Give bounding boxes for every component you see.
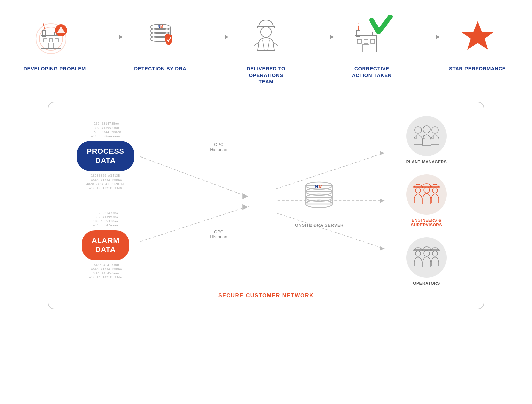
- operators-block: OPERATORS: [406, 237, 447, 286]
- process-data-pill: PROCESSDATA: [77, 141, 134, 171]
- engineers-label: ENGINEERS &SUPERVISORS: [411, 218, 442, 227]
- svg-text:!: !: [60, 28, 62, 33]
- flow-step-detection: N M DETECTION BY DRA: [126, 13, 195, 72]
- operators-icon-circle: [406, 237, 447, 278]
- arrow-1: [89, 13, 126, 60]
- engineers-icon-circle: [406, 174, 447, 215]
- svg-point-57: [415, 188, 421, 193]
- plant-managers-block: PLANT MANAGERS: [406, 116, 447, 164]
- svg-rect-6: [49, 39, 53, 42]
- alarm-data-numbers-above: +132 0B1473B▪ +3920413953B▪ 1B8B46B5330▪…: [93, 211, 118, 228]
- svg-rect-28: [371, 39, 375, 43]
- flow-section: ! DEVELOPING PROBLEM N M: [20, 13, 512, 85]
- svg-text:M: M: [319, 184, 323, 189]
- svg-point-63: [415, 251, 421, 256]
- svg-point-50: [415, 127, 422, 133]
- engineers-block: ENGINEERS &SUPERVISORS: [406, 174, 447, 227]
- diagram-inner: +132 031473B▪▪ +3920413953360 +151 B3544…: [69, 116, 463, 286]
- factory-alert-icon: !: [34, 17, 75, 57]
- svg-point-65: [424, 250, 430, 256]
- operators-icon: [411, 244, 442, 271]
- right-recipients: PLANT MANAGERS: [390, 116, 463, 286]
- svg-marker-40: [380, 246, 385, 250]
- secure-network-label: SECURE CUSTOMER NETWORK: [69, 293, 463, 299]
- diagram-section: +132 031473B▪▪ +3920413953360 +151 B3544…: [48, 102, 484, 309]
- svg-point-59: [424, 187, 430, 193]
- svg-rect-27: [364, 39, 368, 43]
- alarm-data-pill: ALARMDATA: [82, 230, 129, 260]
- opc-label-upper: OPCHistorian: [210, 142, 227, 152]
- alarm-data-block: +132 0B1473B▪ +3920413953B▪ 1B8B46B5330▪…: [69, 211, 142, 280]
- factory-checkmark-icon: [350, 15, 394, 59]
- svg-text:N: N: [315, 184, 318, 189]
- process-data-numbers-above: +132 031473B▪▪ +3920413953360 +151 B3544…: [90, 122, 121, 138]
- server-label: ONSITE DRA SERVER: [295, 223, 344, 228]
- process-data-numbers-below: 18580020 A1413B +14A4A 41534 B6B641 4820…: [86, 174, 125, 190]
- alarm-data-numbers-below: 1A4A604 41530B +14A4A 41534 B6B641 74A4 …: [87, 263, 124, 280]
- svg-rect-8: [48, 43, 54, 49]
- operators-label: OPERATORS: [413, 281, 440, 286]
- developing-problem-icon-area: !: [34, 13, 75, 60]
- plant-managers-icon: [411, 123, 442, 149]
- flow-step-developing-problem: ! DEVELOPING PROBLEM: [20, 13, 89, 72]
- arrow-4: [406, 13, 443, 60]
- delivered-icon-area: [249, 13, 283, 60]
- corrective-label: CORRECTIVEACTION TAKEN: [352, 65, 392, 78]
- nm-database-shield-icon: N M: [142, 17, 179, 57]
- plant-managers-icon-circle: [406, 116, 447, 156]
- svg-text:N: N: [158, 25, 160, 29]
- svg-point-52: [423, 126, 430, 133]
- center-server: N M ONSITE DRA SERVER: [295, 173, 344, 228]
- engineers-icon: [411, 181, 442, 208]
- star-icon: [459, 18, 496, 55]
- svg-marker-39: [380, 198, 385, 203]
- svg-text:M: M: [160, 25, 163, 29]
- delivered-label: DELIVERED TOOPERATIONSTEAM: [247, 65, 286, 85]
- nm-server-icon: N M: [297, 173, 341, 217]
- svg-marker-38: [380, 151, 385, 155]
- process-data-block: +132 031473B▪▪ +3920413953360 +151 B3544…: [69, 122, 142, 191]
- star-performance-label: STAR PERFORMANCE: [449, 65, 506, 72]
- developing-problem-label: DEVELOPING PROBLEM: [23, 65, 86, 72]
- flow-step-corrective: CORRECTIVEACTION TAKEN: [337, 13, 406, 78]
- left-data-side: +132 031473B▪▪ +3920413953360 +151 B3544…: [69, 122, 142, 280]
- arrow-3: [300, 13, 337, 60]
- opc-labels-area: OPCHistorian OPCHistorian: [188, 134, 249, 268]
- svg-point-54: [432, 127, 438, 133]
- svg-rect-23: [355, 35, 377, 52]
- opc-label-lower: OPCHistorian: [210, 229, 227, 239]
- flow-step-star: STAR PERFORMANCE: [443, 13, 512, 72]
- svg-rect-29: [362, 45, 369, 52]
- svg-rect-5: [44, 39, 47, 42]
- svg-rect-26: [357, 39, 361, 43]
- corrective-icon-area: [350, 13, 394, 60]
- star-icon-area: [459, 13, 496, 60]
- svg-marker-30: [461, 21, 494, 50]
- detection-label: DETECTION BY DRA: [134, 65, 186, 72]
- flow-step-delivered: DELIVERED TOOPERATIONSTEAM: [232, 13, 301, 85]
- worker-icon: [249, 17, 283, 57]
- plant-managers-label: PLANT MANAGERS: [406, 160, 447, 164]
- svg-point-67: [432, 251, 438, 256]
- svg-rect-7: [55, 39, 58, 42]
- detection-icon-area: N M: [142, 13, 179, 60]
- arrow-2: [195, 13, 232, 60]
- svg-point-61: [432, 188, 438, 193]
